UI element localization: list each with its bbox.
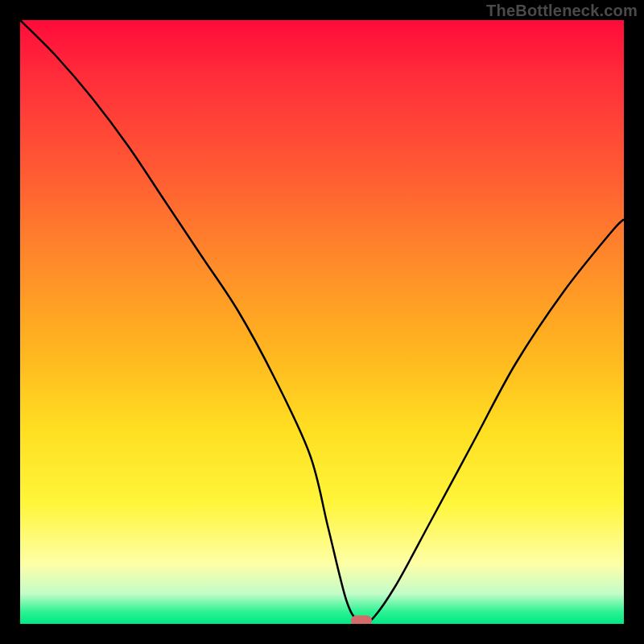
- optimal-point-marker: [351, 616, 372, 624]
- bottleneck-curve-path: [20, 20, 624, 624]
- watermark-text: TheBottleneck.com: [486, 2, 638, 20]
- plot-area: [20, 20, 624, 624]
- chart-frame: TheBottleneck.com: [0, 0, 644, 644]
- bottleneck-curve: [20, 20, 624, 624]
